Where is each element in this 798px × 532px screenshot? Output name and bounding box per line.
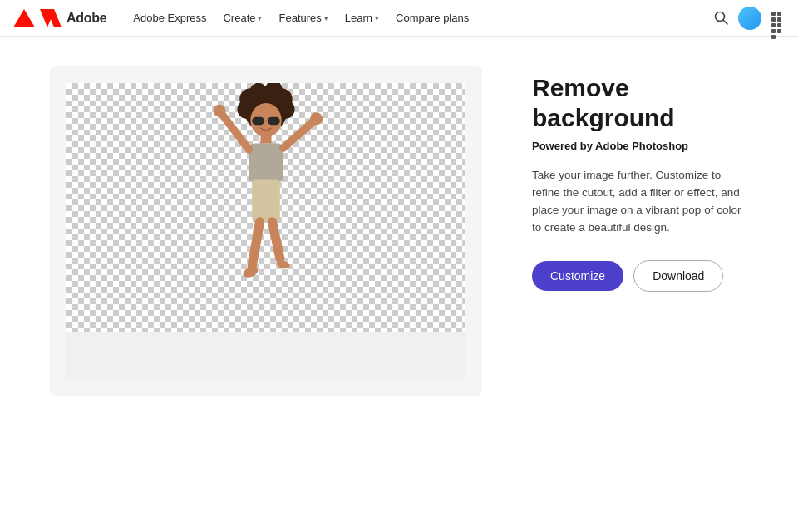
avatar[interactable] xyxy=(738,7,761,30)
adobe-logo-icon xyxy=(13,9,35,27)
create-chevron-icon: ▾ xyxy=(258,14,262,22)
info-panel: Remove background Powered by Adobe Photo… xyxy=(532,66,748,292)
svg-point-21 xyxy=(214,105,226,117)
apps-grid-icon[interactable] xyxy=(771,12,785,25)
nav-right xyxy=(714,7,785,30)
nav-adobe-express[interactable]: Adobe Express xyxy=(126,8,213,27)
svg-line-20 xyxy=(283,119,317,148)
navbar: Adobe Adobe Express Create ▾ Features ▾ … xyxy=(0,0,798,37)
page-title: Remove background xyxy=(532,73,748,133)
download-button[interactable]: Download xyxy=(633,260,723,292)
action-buttons: Customize Download xyxy=(532,260,748,292)
svg-rect-14 xyxy=(252,117,264,125)
nav-create[interactable]: Create ▾ xyxy=(216,8,268,27)
nav-features[interactable]: Features ▾ xyxy=(272,8,334,27)
nav-links: Adobe Express Create ▾ Features ▾ Learn … xyxy=(126,8,475,27)
search-icon[interactable] xyxy=(714,11,728,25)
svg-rect-18 xyxy=(249,144,283,183)
nav-learn[interactable]: Learn ▾ xyxy=(338,8,386,27)
person-figure xyxy=(191,83,341,313)
adobe-a-icon xyxy=(40,9,62,27)
svg-line-25 xyxy=(272,222,279,259)
customize-button[interactable]: Customize xyxy=(532,261,623,291)
svg-rect-23 xyxy=(252,179,280,221)
features-chevron-icon: ▾ xyxy=(324,14,328,22)
svg-line-5 xyxy=(724,21,728,25)
learn-chevron-icon: ▾ xyxy=(375,14,379,22)
image-panel xyxy=(50,66,482,396)
svg-point-4 xyxy=(716,12,725,22)
main-content: Remove background Powered by Adobe Photo… xyxy=(0,37,798,429)
logo[interactable]: Adobe xyxy=(13,9,106,27)
svg-rect-15 xyxy=(268,117,280,125)
image-bottom-bar xyxy=(66,332,466,379)
canvas-area xyxy=(66,83,466,332)
description-text: Take your image further. Customize to re… xyxy=(532,167,748,237)
brand-name: Adobe xyxy=(66,11,106,26)
powered-by: Powered by Adobe Photoshop xyxy=(532,140,748,152)
nav-compare-plans[interactable]: Compare plans xyxy=(389,8,475,27)
svg-point-22 xyxy=(310,112,323,125)
svg-rect-17 xyxy=(260,134,271,143)
svg-line-24 xyxy=(252,222,259,266)
svg-point-11 xyxy=(249,83,267,100)
